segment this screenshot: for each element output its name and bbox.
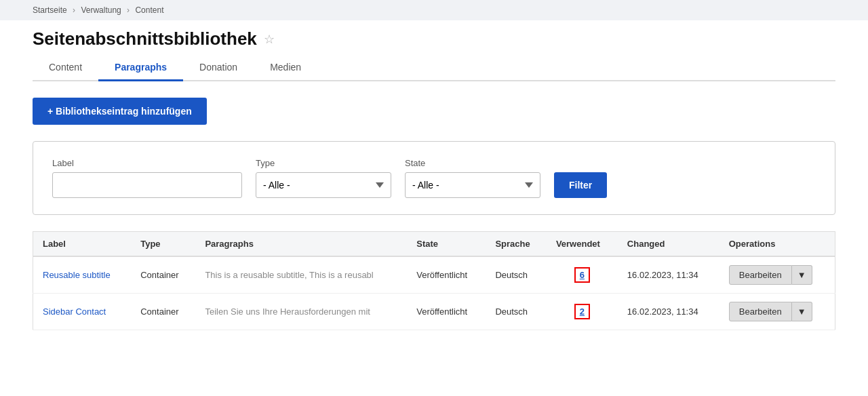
cell-type-1: Container [131, 294, 195, 330]
tab-content[interactable]: Content [33, 55, 98, 81]
verwendet-badge-1[interactable]: 2 [574, 304, 590, 319]
ops-cell-1: Bearbeiten ▼ [729, 302, 825, 321]
page-wrapper: Startseite › Verwaltung › Content Seiten… [0, 0, 868, 396]
page-header: Seitenabschnittsbibliothek ☆ Content Par… [0, 20, 868, 81]
cell-paragraphs-1: Teilen Sie uns Ihre Herausforderungen mi… [195, 294, 407, 330]
filter-type-select[interactable]: - Alle - [256, 172, 391, 198]
filter-state-select[interactable]: - Alle - [405, 172, 540, 198]
filter-label-field: Label [52, 158, 242, 198]
cell-label-0: Reusable subtitle [33, 256, 132, 294]
cell-sprache-0: Deutsch [486, 256, 547, 294]
breadcrumb: Startseite › Verwaltung › Content [0, 0, 868, 20]
verwendet-badge-0[interactable]: 6 [574, 267, 590, 283]
table-row: Reusable subtitle Container This is a re… [33, 256, 835, 294]
bearbeiten-dropdown-1[interactable]: ▼ [792, 302, 812, 321]
cell-paragraphs-0: This is a reusable subtitle, This is a r… [195, 256, 407, 294]
cell-changed-1: 16.02.2023, 11:34 [618, 294, 719, 330]
breadcrumb-verwaltung[interactable]: Verwaltung [81, 5, 121, 15]
tab-paragraphs[interactable]: Paragraphs [98, 55, 183, 81]
filter-label-label: Label [52, 158, 242, 168]
content-area: + Bibliothekseintrag hinzufügen Label Ty… [0, 81, 868, 346]
data-table: Label Type Paragraphs State Sprache Verw… [33, 231, 835, 330]
label-link-1[interactable]: Sidebar Contact [43, 306, 106, 317]
bearbeiten-button-1[interactable]: Bearbeiten [729, 302, 792, 321]
col-header-sprache: Sprache [486, 232, 547, 257]
col-header-changed: Changed [618, 232, 719, 257]
breadcrumb-content[interactable]: Content [135, 5, 163, 15]
col-header-state: State [407, 232, 486, 257]
tabs-row: Content Paragraphs Donation Medien [33, 55, 835, 81]
col-header-operations: Operations [719, 232, 835, 257]
col-header-label: Label [33, 232, 132, 257]
cell-state-1: Veröffentlicht [407, 294, 486, 330]
filter-type-label: Type [256, 158, 391, 168]
filter-state-label: State [405, 158, 540, 168]
cell-operations-0: Bearbeiten ▼ [719, 256, 835, 294]
bearbeiten-dropdown-0[interactable]: ▼ [792, 265, 812, 285]
breadcrumb-sep-2: › [127, 5, 130, 15]
cell-changed-0: 16.02.2023, 11:34 [618, 256, 719, 294]
cell-verwendet-1: 2 [547, 294, 618, 330]
label-link-0[interactable]: Reusable subtitle [43, 270, 111, 280]
breadcrumb-sep-1: › [73, 5, 75, 15]
filter-button[interactable]: Filter [554, 172, 607, 198]
filter-box: Label Type - Alle - State - Alle - Filte… [33, 141, 835, 215]
cell-sprache-1: Deutsch [486, 294, 547, 330]
bearbeiten-button-0[interactable]: Bearbeiten [729, 265, 792, 285]
ops-cell-0: Bearbeiten ▼ [729, 265, 825, 285]
cell-state-0: Veröffentlicht [407, 256, 486, 294]
tab-donation[interactable]: Donation [183, 55, 254, 81]
filter-row: Label Type - Alle - State - Alle - Filte… [52, 158, 816, 198]
filter-state-field: State - Alle - [405, 158, 540, 198]
col-header-verwendet: Verwendet [547, 232, 618, 257]
cell-label-1: Sidebar Contact [33, 294, 132, 330]
filter-type-field: Type - Alle - [256, 158, 391, 198]
filter-label-input[interactable] [52, 172, 242, 198]
add-library-entry-button[interactable]: + Bibliothekseintrag hinzufügen [33, 98, 207, 125]
page-title-row: Seitenabschnittsbibliothek ☆ [33, 28, 835, 50]
breadcrumb-startseite[interactable]: Startseite [33, 5, 67, 15]
table-row: Sidebar Contact Container Teilen Sie uns… [33, 294, 835, 330]
cell-type-0: Container [131, 256, 195, 294]
cell-operations-1: Bearbeiten ▼ [719, 294, 835, 330]
table-header-row: Label Type Paragraphs State Sprache Verw… [33, 232, 835, 257]
cell-verwendet-0: 6 [547, 256, 618, 294]
page-title: Seitenabschnittsbibliothek [33, 28, 257, 50]
col-header-type: Type [131, 232, 195, 257]
tab-medien[interactable]: Medien [254, 55, 317, 81]
col-header-paragraphs: Paragraphs [195, 232, 407, 257]
star-icon[interactable]: ☆ [264, 32, 275, 47]
